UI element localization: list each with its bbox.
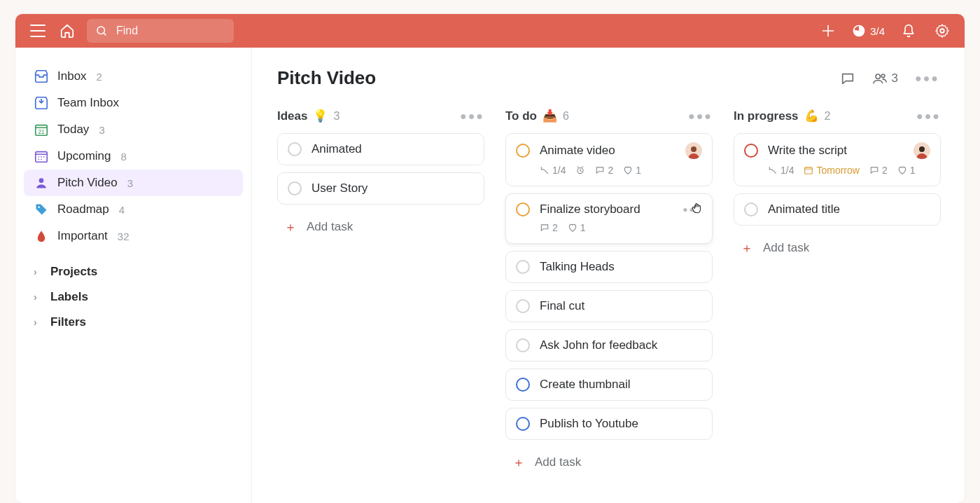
settings-icon[interactable] [932,21,952,41]
task-title: Animate video [540,144,615,158]
column-todo: To do 📥 6 ●●● Animate video [505,109,713,478]
add-task-label: Add task [763,241,809,255]
flex-arm-icon: 💪 [804,109,819,123]
sidebar-group-labels[interactable]: › Labels [24,284,243,310]
search-input[interactable] [115,24,225,38]
task-card[interactable]: Ask John for feedback [505,329,713,361]
task-title: Final cut [540,299,584,313]
task-checkbox[interactable] [744,202,758,216]
task-title: Animated title [768,202,840,216]
column-title: In progress [734,109,799,123]
column-in-progress: In progress 💪 2 ●●● Write the script [734,109,941,263]
column-count: 6 [563,110,569,123]
assignee-avatar[interactable] [913,142,930,159]
task-title: Publish to Youtube [540,417,638,431]
comments-icon[interactable] [840,71,855,86]
like-count: 1 [897,165,916,176]
column-count: 2 [825,110,831,123]
project-icon [34,175,49,191]
sidebar-item-count: 4 [119,204,125,216]
comment-count: 2 [540,222,558,233]
sidebar-item-count: 8 [121,151,127,163]
svg-point-9 [881,74,885,78]
svg-text:21: 21 [38,129,45,135]
add-icon[interactable] [818,21,838,41]
menu-icon[interactable] [28,21,48,41]
plus-icon: ＋ [284,219,297,235]
svg-point-6 [39,178,44,183]
sidebar-item-team-inbox[interactable]: Team Inbox [24,90,243,116]
task-checkbox[interactable] [516,338,530,352]
assignee-avatar[interactable] [685,142,702,159]
add-task-button[interactable]: ＋ Add task [734,233,941,263]
task-title: Talking Heads [540,260,615,274]
sidebar-item-pitch-video[interactable]: Pitch Video 3 [24,170,243,196]
lightbulb-icon: 💡 [313,109,328,123]
sidebar-item-inbox[interactable]: Inbox 2 [24,63,243,90]
sidebar-item-roadmap[interactable]: Roadmap 4 [24,196,243,223]
task-card[interactable]: Publish to Youtube [505,408,713,440]
task-card[interactable]: Talking Heads [505,251,713,283]
page-title: Pitch Video [277,67,376,89]
search-box[interactable] [87,19,234,43]
add-task-label: Add task [307,220,353,234]
task-checkbox[interactable] [288,181,302,195]
task-card[interactable]: Finalize storyboard ●●● 2 1 [505,193,713,244]
task-card[interactable]: Animate video 1/4 2 1 [505,133,713,186]
sidebar-item-today[interactable]: 21 Today 3 [24,116,243,143]
sidebar-group-filters[interactable]: › Filters [24,310,243,335]
task-checkbox[interactable] [516,260,530,274]
main-content: Pitch Video 3 ●●● Ideas [252,48,965,503]
svg-point-2 [940,29,944,33]
app-frame: 3/4 Inbox 2 Team I [15,14,965,503]
task-checkbox[interactable] [516,417,530,431]
task-card[interactable]: Animated title [734,193,941,226]
sidebar-group-projects[interactable]: › Projects [24,259,243,284]
column-title: To do [505,109,537,123]
topbar-right: 3/4 [818,21,952,41]
sidebar: Inbox 2 Team Inbox 21 Today 3 Up [15,48,252,503]
column-more-icon[interactable]: ●●● [688,111,713,122]
add-task-button[interactable]: ＋ Add task [277,212,484,242]
hand-cursor-icon [691,201,704,215]
svg-point-8 [876,74,880,78]
reminder-icon [575,165,585,175]
task-card[interactable]: Final cut [505,290,713,322]
page-more-icon[interactable]: ●●● [915,73,939,84]
subtask-count: 1/4 [768,165,794,176]
sidebar-item-label: Important [57,229,108,243]
task-card[interactable]: User Story [277,172,484,205]
members-button[interactable]: 3 [872,71,898,86]
task-card[interactable]: Create thumbnail [505,368,713,401]
sidebar-item-important[interactable]: Important 32 [24,223,243,249]
task-title: Ask John for feedback [540,338,657,352]
task-checkbox[interactable] [516,378,530,392]
column-more-icon[interactable]: ●●● [916,111,941,122]
chevron-right-icon: › [34,317,43,328]
task-checkbox[interactable] [744,144,758,158]
task-checkbox[interactable] [516,202,530,216]
sidebar-item-count: 3 [99,124,104,136]
chevron-right-icon: › [34,266,43,277]
task-card[interactable]: Animated [277,133,484,165]
home-icon[interactable] [57,21,77,41]
column-header: In progress 💪 2 ●●● [734,109,941,123]
task-checkbox[interactable] [516,144,530,158]
members-count: 3 [892,71,898,85]
team-inbox-icon [34,95,49,111]
task-card[interactable]: Write the script 1/4 Tomorrow 2 1 [734,133,941,186]
notifications-icon[interactable] [899,21,918,41]
add-task-button[interactable]: ＋ Add task [505,447,713,478]
tag-icon [34,202,49,217]
progress-indicator[interactable]: 3/4 [852,24,885,38]
task-checkbox[interactable] [288,142,302,156]
column-header: Ideas 💡 3 ●●● [277,109,484,123]
column-more-icon[interactable]: ●●● [460,111,484,122]
inbox-tray-icon: 📥 [542,109,557,123]
sidebar-item-upcoming[interactable]: Upcoming 8 [24,143,243,170]
add-task-label: Add task [535,455,581,469]
sidebar-item-label: Roadmap [57,202,109,216]
task-checkbox[interactable] [516,299,530,313]
column-ideas: Ideas 💡 3 ●●● Animated [277,109,484,242]
svg-rect-15 [805,167,813,174]
